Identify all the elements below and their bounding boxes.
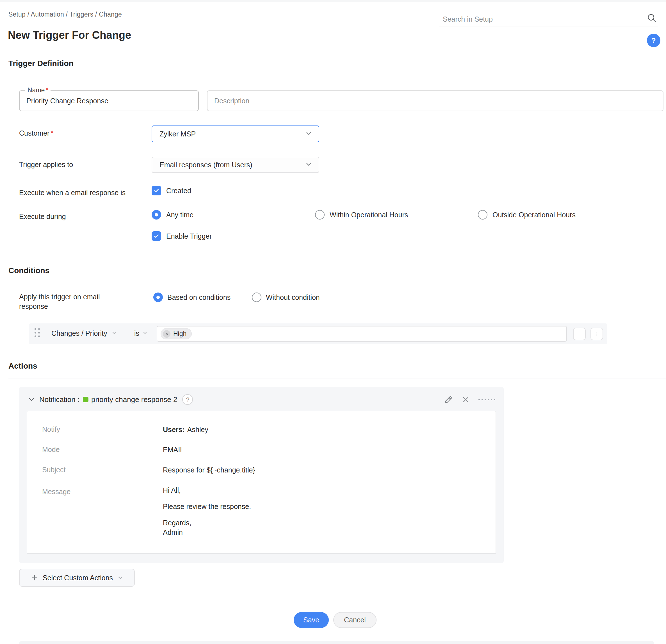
applies-dropdown[interactable]: Email responses (from Users) [152,157,319,173]
created-label: Created [166,187,191,195]
radio-unselected-icon[interactable] [315,210,325,219]
based-on-conditions-label: Based on conditions [167,293,230,302]
edit-icon[interactable] [444,395,453,404]
collapse-chevron-icon[interactable] [28,396,35,404]
enable-trigger-checkbox[interactable] [152,231,161,241]
message-line: Admin [163,528,251,537]
enable-trigger-checkbox-group[interactable]: Enable Trigger [152,231,212,241]
radio-selected-icon[interactable] [153,292,163,302]
chevron-down-icon [117,575,123,581]
footer-divider [8,631,666,631]
remove-condition-button[interactable] [573,328,586,340]
page-title: New Trigger For Change [8,29,131,41]
notification-header-actions [444,395,495,404]
notification-action-card: Notification : priority change response … [19,387,504,563]
created-checkbox[interactable] [152,186,161,195]
cancel-button[interactable]: Cancel [333,612,376,628]
notification-details-panel: Notify Users:Ashley Mode EMAIL Subject R… [27,411,496,554]
name-field-label: Name* [25,87,51,94]
add-condition-button[interactable] [591,328,603,340]
close-icon[interactable] [462,396,470,404]
customer-label-text: Customer [19,129,49,137]
notify-type: Users: [163,426,185,433]
without-condition-option[interactable]: Without condition [252,292,320,302]
breadcrumb[interactable]: Setup / Automation / Triggers / Change [8,11,122,18]
message-line: Regards, [163,519,251,527]
description-field-box [207,90,664,111]
without-condition-label: Without condition [266,293,320,302]
save-button[interactable]: Save [294,612,329,628]
created-checkbox-group[interactable]: Created [152,186,191,195]
notify-row: Notify Users:Ashley [27,425,495,434]
top-divider [0,0,666,2]
status-dot-icon [83,397,88,402]
trigger-definition-heading: Trigger Definition [8,59,73,68]
execute-during-within-hours[interactable]: Within Operational Hours [315,210,408,219]
condition-operator-value: is [134,329,139,337]
chevron-down-icon [305,161,313,169]
select-custom-actions-button[interactable]: Select Custom Actions [19,569,135,587]
name-field-box: Name* [19,90,199,111]
notify-value: Users:Ashley [163,425,208,434]
notification-help-badge[interactable]: ? [182,394,193,405]
radio-selected-icon[interactable] [152,210,161,219]
condition-field-dropdown[interactable]: Changes / Priority [51,329,117,337]
based-on-conditions-option[interactable]: Based on conditions [153,292,230,302]
name-label-text: Name [28,87,45,94]
subject-value: Response for ${~change.title} [163,466,255,475]
mode-value: EMAIL [163,446,184,454]
help-button[interactable]: ? [647,34,660,47]
outside-hours-label: Outside Operational Hours [492,211,576,219]
notification-card-header: Notification : priority change response … [19,387,504,405]
chevron-down-icon [142,329,148,337]
radio-unselected-icon[interactable] [252,292,261,302]
description-input[interactable] [208,91,663,111]
subject-row: Subject Response for ${~change.title} [27,466,495,475]
customer-label: Customer* [19,129,53,137]
customer-dropdown[interactable]: Zylker MSP [152,125,319,142]
chevron-down-icon [111,329,117,337]
search-icon[interactable] [647,13,657,24]
mode-row: Mode EMAIL [27,446,495,454]
message-label: Message [42,486,163,496]
title-divider [8,50,666,50]
mode-label: Mode [42,446,163,454]
apply-trigger-label: Apply this trigger on email response [19,292,116,311]
condition-operator-dropdown[interactable]: is [134,329,148,337]
condition-field-value: Changes / Priority [51,329,107,337]
message-value: Hi All, Please review the response. Rega… [163,486,251,544]
remove-tag-icon[interactable] [163,330,171,338]
required-asterisk: * [51,129,53,137]
setup-trigger-page: Setup / Automation / Triggers / Change ?… [0,0,666,644]
subject-label: Subject [42,466,163,474]
setup-search [439,7,658,26]
conditions-heading: Conditions [8,266,49,275]
execute-during-anytime[interactable]: Any time [152,210,193,219]
message-line: Please review the response. [163,502,251,511]
actions-divider [8,378,666,378]
condition-value-input[interactable]: High [157,326,567,342]
radio-unselected-icon[interactable] [478,210,487,219]
notify-users: Ashley [187,426,208,433]
plus-icon [31,574,38,582]
required-asterisk: * [46,87,48,94]
actions-heading: Actions [8,362,37,371]
search-input[interactable] [439,7,636,26]
execute-during-outside-hours[interactable]: Outside Operational Hours [478,210,576,219]
enable-trigger-label: Enable Trigger [166,232,212,240]
message-row: Message Hi All, Please review the respon… [27,486,495,544]
condition-row: Changes / Priority is High [29,323,607,344]
drag-handle-icon[interactable] [35,328,40,337]
conditions-divider [8,283,666,283]
drag-handle-icon[interactable] [478,399,495,400]
anytime-label: Any time [166,211,193,219]
chevron-down-icon [305,130,313,138]
execute-during-label: Execute during [19,213,66,221]
execute-when-label: Execute when a email response is [19,189,125,197]
value-tag: High [161,328,192,339]
notification-title-name: priority change response 2 [91,395,177,404]
next-section-edge [19,641,654,644]
customer-selected-value: Zylker MSP [159,130,305,138]
tag-label: High [173,330,187,338]
notify-label: Notify [42,425,163,433]
